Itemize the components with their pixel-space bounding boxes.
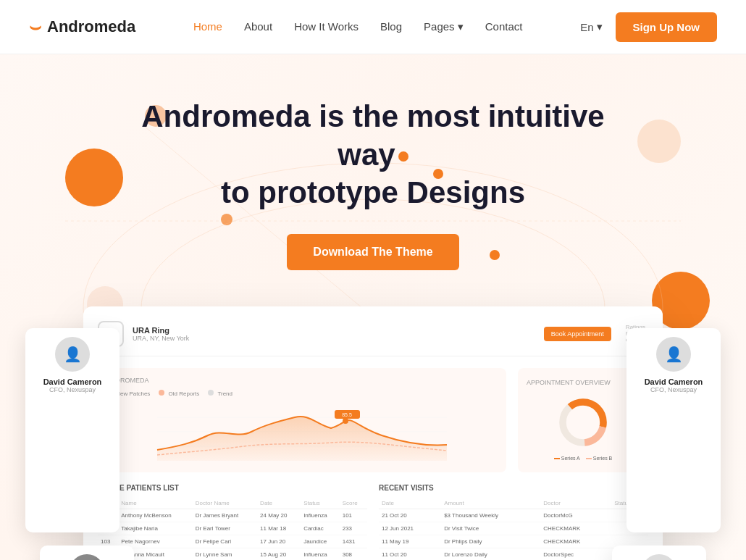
patients-table-body: 101 Anthony McBenson Dr James Bryant 24 … (98, 509, 367, 560)
nav-link-home[interactable]: Home (193, 20, 222, 33)
avatar-left-top: 👤 (55, 337, 90, 372)
profile-card-left-top: 👤 David Cameron CFO, Nexuspay (25, 328, 120, 532)
nav-item-contact[interactable]: Contact (485, 20, 523, 33)
chart-tooltip-text: 85.5 (342, 412, 352, 417)
table-row: 102 Takajibe Naria Dr Earl Tower 11 Mar … (98, 522, 367, 535)
download-button[interactable]: Download The Theme (287, 234, 458, 270)
brand-name: Andromeda (47, 17, 135, 36)
table-row: 11 Oct 20 Dr Lorenzo Daily DoctorSpec SW… (379, 548, 648, 560)
table-row: 104 Adrianna Micault Dr Lynne Sam 15 Aug… (98, 548, 367, 560)
table-row: 101 Anthony McBenson Dr James Bryant 24 … (98, 509, 367, 522)
donut-chart-svg (554, 393, 612, 451)
table-visits: RECENT VISITS Date Amount Doctor Status (379, 484, 648, 561)
navbar: ⌣ Andromeda Home About How It Works Blog… (0, 0, 746, 54)
nav-item-blog[interactable]: Blog (380, 20, 402, 33)
chart-legend: New Patches Old Reports Trend (106, 390, 498, 397)
nav-link-contact[interactable]: Contact (485, 20, 523, 33)
dash-action-button[interactable]: Book Appointment (544, 327, 611, 341)
chart-tooltip-dot (343, 418, 348, 424)
donut-legend-dot-1 (554, 458, 560, 459)
language-selector[interactable]: En ▾ (580, 20, 602, 33)
avatar-left-bottom: 👤 (70, 554, 104, 561)
dash-tables: ACTIVE PATIENTS LIST # Name Doctor Name … (98, 484, 648, 561)
logo: ⌣ Andromeda (29, 17, 135, 36)
nav-link-pages[interactable]: Pages ▾ (424, 20, 464, 33)
profile-name-left-top: David Cameron (43, 377, 102, 386)
avatar-right-bottom: 👤 (642, 554, 676, 561)
legend-dot-peach (159, 390, 164, 396)
hero-section: Andromeda is the most intuitive way to p… (0, 54, 746, 560)
chart-box: ANDROMEDA New Patches Old Reports Tre (98, 368, 506, 472)
nav-links: Home About How It Works Blog Pages ▾ Con… (193, 20, 523, 33)
visits-table: Date Amount Doctor Status 21 Oct 20 $3 T… (379, 498, 648, 561)
profile-name-right-top: David Cameron (645, 377, 703, 386)
table-row: 12 Jun 2021 Dr Visit Twice CHECKMARK (379, 522, 648, 535)
patients-table-header: # Name Doctor Name Date Status Score (98, 498, 367, 509)
signup-button[interactable]: Sign Up Now (616, 12, 718, 42)
hero-title: Andromeda is the most intuitive way to p… (120, 98, 626, 212)
legend-dot-gray (208, 390, 214, 396)
nav-link-about[interactable]: About (244, 20, 272, 33)
nav-link-how[interactable]: How It Works (294, 20, 359, 33)
donut-legend-dot-2 (586, 458, 592, 459)
dashboard-card: UR URA Ring URA, NY, New York Book Appoi… (83, 306, 663, 561)
patients-table: # Name Doctor Name Date Status Score 101 (98, 498, 367, 561)
nav-item-about[interactable]: About (244, 20, 272, 33)
dash-user-info: URA Ring URA, NY, New York (133, 326, 535, 342)
donut-legend: Series A Series B (554, 456, 613, 461)
avatar-right-top: 👤 (656, 337, 691, 372)
profile-card-left-bottom: 👤 David Cameron CFO, Nexuspay (40, 546, 134, 561)
line-chart-svg: 85.5 (106, 403, 498, 461)
profile-card-right-top: 👤 David Cameron CFO, Nexuspay (626, 328, 721, 532)
nav-item-how-it-works[interactable]: How It Works (294, 20, 359, 33)
nav-item-home[interactable]: Home (193, 20, 222, 33)
legend-old-reports: Old Reports (159, 390, 199, 397)
dash-chart-section: ANDROMEDA New Patches Old Reports Tre (98, 368, 648, 472)
dashboard-mockup: 👤 David Cameron CFO, Nexuspay 👤 David Ca… (83, 306, 663, 561)
title-dot-accent (398, 151, 408, 162)
nav-right: En ▾ Sign Up Now (580, 12, 717, 42)
dash-header: UR URA Ring URA, NY, New York Book Appoi… (98, 321, 648, 356)
visits-table-header: Date Amount Doctor Status (379, 498, 648, 509)
table-row: 103 Pete Nagornev Dr Felipe Carl 17 Jun … (98, 535, 367, 548)
table-row: 21 Oct 20 $3 Thousand Weekly DoctorMcG (379, 509, 648, 522)
profile-role-left-top: CFO, Nexuspay (49, 386, 96, 393)
table-row: 11 May 19 Dr Phlips Daily CHECKMARK (379, 535, 648, 548)
profile-card-right-bottom: 👤 David Cameron CFO, Nexuspay (612, 546, 706, 561)
profile-role-right-top: CFO, Nexuspay (650, 386, 697, 393)
hero-content: Andromeda is the most intuitive way to p… (29, 98, 717, 306)
nav-link-blog[interactable]: Blog (380, 20, 402, 33)
visits-table-body: 21 Oct 20 $3 Thousand Weekly DoctorMcG 1… (379, 509, 648, 560)
nav-item-pages[interactable]: Pages ▾ (424, 20, 464, 33)
legend-trend: Trend (208, 390, 232, 397)
table-patients: ACTIVE PATIENTS LIST # Name Doctor Name … (98, 484, 367, 561)
logo-icon: ⌣ (29, 17, 41, 36)
